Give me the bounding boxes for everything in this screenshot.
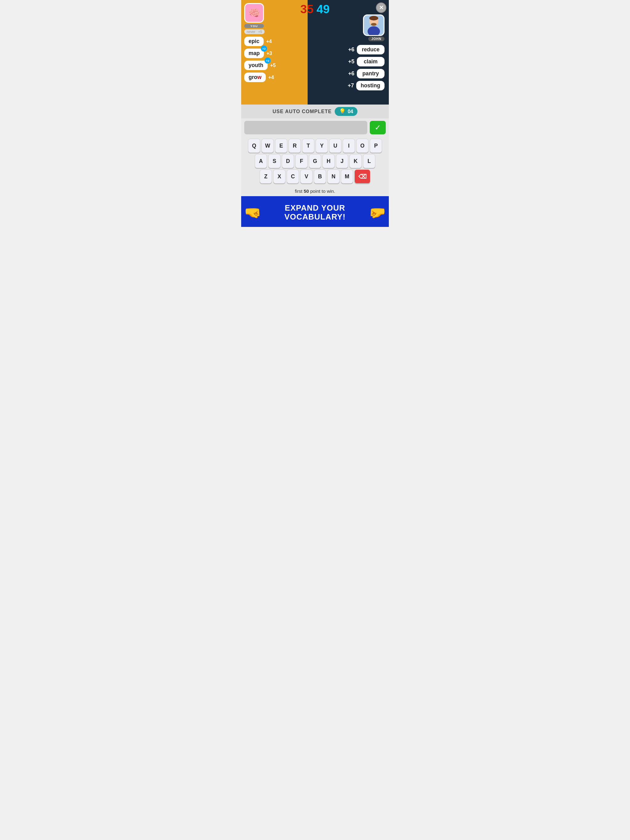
- word-entry-youth: youth +5: [244, 61, 304, 70]
- never-points: +5: [258, 30, 262, 33]
- word-entry-claim: +5 claim: [312, 57, 385, 66]
- win-condition-text: first 50 point to win.: [241, 186, 389, 196]
- word-bubble-epic: epic: [244, 36, 264, 46]
- fist-right-icon: 🤛: [369, 204, 386, 221]
- key-k[interactable]: K: [350, 154, 362, 168]
- autocomplete-count: 04: [348, 109, 353, 114]
- key-h[interactable]: H: [322, 154, 335, 168]
- key-a[interactable]: A: [255, 154, 267, 168]
- key-q[interactable]: Q: [248, 139, 260, 153]
- points-map: +3: [266, 51, 272, 56]
- word-input[interactable]: [244, 121, 367, 134]
- key-d[interactable]: D: [282, 154, 294, 168]
- word-bubble-reduce: reduce: [357, 45, 385, 54]
- john-label: JOHN: [368, 36, 385, 41]
- avatar-right-container: JOHN: [312, 14, 385, 41]
- points-reduce: +6: [348, 46, 355, 53]
- points-grow: +4: [268, 75, 274, 80]
- score-right: 49: [317, 2, 330, 16]
- bulb-icon: 💡: [339, 108, 346, 115]
- word-bubble-map: map: [244, 49, 264, 58]
- word-bubble-hosting: hosting: [356, 81, 385, 90]
- autocomplete-badge[interactable]: 💡 04: [335, 107, 358, 116]
- word-entry-hosting: +7 hosting: [312, 81, 385, 90]
- word-entry-map: map +3: [244, 49, 304, 58]
- banner-text: EXPAND YOUR VOCABULARY!: [261, 204, 369, 222]
- key-s[interactable]: S: [268, 154, 280, 168]
- key-g[interactable]: G: [309, 154, 321, 168]
- points-epic: +4: [266, 39, 272, 44]
- win-number: 50: [304, 188, 309, 194]
- key-b[interactable]: B: [314, 169, 326, 183]
- autocomplete-text: USE AUTO COMPLETE: [272, 109, 332, 114]
- key-z[interactable]: Z: [260, 169, 272, 183]
- game-area: 🧠 YOU never +5 epic +4 map +3 youth +5: [241, 0, 389, 104]
- key-y[interactable]: Y: [316, 139, 328, 153]
- points-pantry: +6: [348, 70, 355, 77]
- svg-point-2: [369, 16, 378, 20]
- word-entry-epic: epic +4: [244, 36, 304, 46]
- score-left: 35: [300, 2, 313, 16]
- word-entry-grow: grow +4: [244, 73, 304, 82]
- key-p[interactable]: P: [370, 139, 382, 153]
- key-o[interactable]: O: [356, 139, 369, 153]
- never-bubble: never +5: [244, 29, 264, 34]
- key-delete[interactable]: ⌫: [355, 169, 370, 183]
- key-e[interactable]: E: [275, 139, 287, 153]
- key-m[interactable]: M: [341, 169, 353, 183]
- key-t[interactable]: T: [302, 139, 314, 153]
- word-entry-reduce: +6 reduce: [312, 45, 385, 54]
- key-u[interactable]: U: [329, 139, 342, 153]
- keyboard-row-3: Z X C V B N M ⌫: [242, 169, 388, 183]
- svg-point-3: [371, 23, 377, 25]
- you-label: YOU: [244, 24, 264, 28]
- word-bubble-youth: youth: [244, 61, 268, 70]
- points-youth: +5: [270, 63, 275, 68]
- autocomplete-bar[interactable]: USE AUTO COMPLETE 💡 04: [241, 104, 389, 118]
- key-l[interactable]: L: [363, 154, 375, 168]
- key-w[interactable]: W: [261, 139, 274, 153]
- svg-point-1: [367, 26, 380, 35]
- word-bubble-grow: grow: [244, 73, 266, 82]
- key-x[interactable]: X: [273, 169, 285, 183]
- word-entry-pantry: +6 pantry: [312, 69, 385, 78]
- submit-button[interactable]: ✓: [370, 121, 386, 134]
- word-bubble-pantry: pantry: [357, 69, 385, 78]
- close-button[interactable]: ✕: [376, 2, 386, 13]
- avatar-right: [363, 14, 385, 36]
- keyboard-row-1: Q W E R T Y U I O P: [242, 139, 388, 153]
- scores-bar: 35 49: [241, 2, 389, 16]
- points-hosting: +7: [348, 82, 354, 89]
- key-i[interactable]: I: [343, 139, 355, 153]
- keyboard-row-2: A S D F G H J K L: [242, 154, 388, 168]
- fist-left-icon: 🤜: [244, 204, 261, 221]
- input-area: ✓: [241, 118, 389, 137]
- points-claim: +5: [348, 58, 355, 65]
- key-v[interactable]: V: [300, 169, 313, 183]
- word-bubble-claim: claim: [357, 57, 385, 66]
- key-n[interactable]: N: [327, 169, 340, 183]
- key-c[interactable]: C: [287, 169, 299, 183]
- key-j[interactable]: J: [336, 154, 348, 168]
- key-r[interactable]: R: [288, 139, 301, 153]
- bottom-banner: 🤜 EXPAND YOUR VOCABULARY! 🤛: [241, 196, 389, 227]
- never-text: never: [247, 30, 255, 33]
- keyboard: Q W E R T Y U I O P A S D F G H J K L Z …: [241, 137, 389, 186]
- key-f[interactable]: F: [295, 154, 308, 168]
